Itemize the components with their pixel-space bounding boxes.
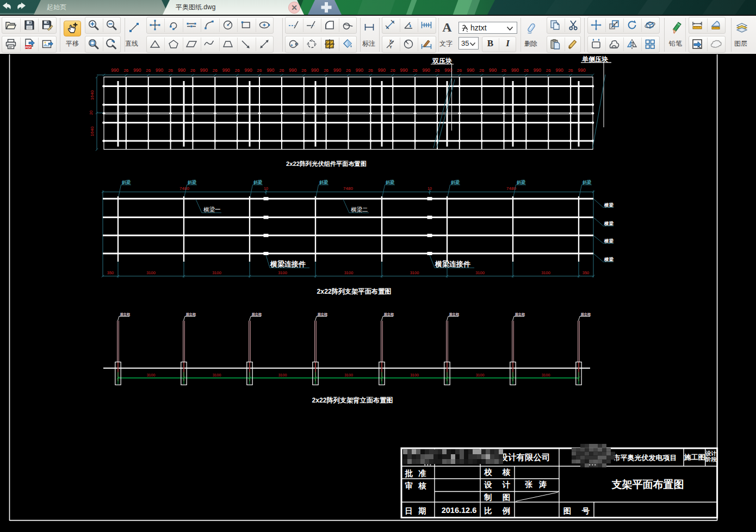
svg-text:990: 990 bbox=[534, 67, 541, 73]
svg-text:图: 图 bbox=[563, 506, 572, 515]
svg-text:批: 批 bbox=[404, 469, 413, 478]
svg-text:3100: 3100 bbox=[344, 373, 353, 377]
svg-text:26: 26 bbox=[435, 68, 440, 73]
svg-text:后立柱: 后立柱 bbox=[251, 312, 262, 317]
svg-text:设计有限公司: 设计有限公司 bbox=[499, 453, 550, 462]
svg-text:3100: 3100 bbox=[410, 373, 419, 377]
svg-text:横梁一: 横梁一 bbox=[203, 206, 221, 213]
svg-text:26: 26 bbox=[346, 68, 351, 73]
svg-text:市平奥光伏发电项目: 市平奥光伏发电项目 bbox=[613, 454, 677, 462]
svg-text:26: 26 bbox=[190, 68, 195, 73]
svg-text:26: 26 bbox=[479, 68, 484, 73]
svg-text:核: 核 bbox=[418, 481, 426, 490]
svg-text:校: 校 bbox=[484, 468, 492, 477]
svg-text:3100: 3100 bbox=[541, 270, 550, 275]
svg-text:7480: 7480 bbox=[179, 186, 189, 191]
svg-text:26: 26 bbox=[457, 68, 462, 73]
svg-text:设: 设 bbox=[484, 480, 492, 489]
svg-text:26: 26 bbox=[368, 68, 373, 73]
svg-text:990: 990 bbox=[111, 67, 119, 73]
svg-text:3100: 3100 bbox=[146, 270, 156, 275]
svg-text:3100: 3100 bbox=[278, 373, 287, 377]
svg-text:990: 990 bbox=[356, 67, 363, 73]
svg-text:横梁连接件: 横梁连接件 bbox=[270, 260, 306, 268]
svg-text:设计: 设计 bbox=[705, 450, 717, 456]
svg-text:双压块: 双压块 bbox=[432, 57, 452, 65]
svg-text:审: 审 bbox=[405, 481, 413, 490]
svg-text:图: 图 bbox=[503, 493, 511, 502]
svg-text:3100: 3100 bbox=[213, 373, 221, 377]
svg-text:斜梁: 斜梁 bbox=[582, 180, 591, 185]
svg-text:横梁连接件: 横梁连接件 bbox=[435, 260, 470, 268]
svg-text:26: 26 bbox=[391, 68, 395, 73]
svg-text:施工图: 施工图 bbox=[684, 453, 705, 461]
svg-text:990: 990 bbox=[289, 67, 296, 73]
svg-text:横梁: 横梁 bbox=[604, 221, 614, 226]
svg-text:26: 26 bbox=[546, 68, 551, 73]
svg-text:990: 990 bbox=[489, 67, 497, 73]
svg-text:3100: 3100 bbox=[344, 270, 354, 275]
svg-text:例: 例 bbox=[502, 506, 511, 515]
svg-text:990: 990 bbox=[156, 67, 163, 73]
svg-text:26: 26 bbox=[501, 68, 506, 73]
svg-text:2x22阵列支架平面布置图: 2x22阵列支架平面布置图 bbox=[317, 287, 392, 295]
svg-text:斜梁: 斜梁 bbox=[253, 180, 262, 185]
svg-text:3100: 3100 bbox=[542, 373, 550, 377]
svg-text:阶段: 阶段 bbox=[706, 456, 717, 462]
svg-text:2x22阵列支架背立面布置图: 2x22阵列支架背立面布置图 bbox=[312, 396, 393, 404]
svg-text:350: 350 bbox=[107, 270, 114, 275]
svg-text:后立柱: 后立柱 bbox=[185, 312, 196, 317]
svg-text:990: 990 bbox=[222, 67, 230, 73]
svg-text:3100: 3100 bbox=[410, 270, 419, 275]
svg-text:990: 990 bbox=[267, 67, 274, 73]
svg-text:横梁: 横梁 bbox=[604, 238, 614, 244]
svg-text:990: 990 bbox=[511, 67, 519, 73]
svg-text:3100: 3100 bbox=[212, 270, 221, 275]
svg-text:核: 核 bbox=[502, 468, 511, 477]
svg-text:单侧压块: 单侧压块 bbox=[581, 55, 608, 63]
svg-text:后立柱: 后立柱 bbox=[120, 312, 131, 317]
svg-text:3100: 3100 bbox=[147, 373, 156, 377]
svg-text:1640: 1640 bbox=[90, 90, 95, 100]
svg-text:期: 期 bbox=[418, 506, 426, 515]
svg-text:7480: 7480 bbox=[343, 186, 353, 191]
svg-text:1640: 1640 bbox=[90, 126, 95, 136]
svg-text:斜梁: 斜梁 bbox=[319, 180, 328, 185]
svg-text:斜梁: 斜梁 bbox=[187, 180, 196, 185]
svg-text:比: 比 bbox=[484, 506, 492, 515]
svg-text:26: 26 bbox=[279, 68, 284, 73]
svg-text:20: 20 bbox=[89, 110, 93, 115]
svg-text:横梁: 横梁 bbox=[604, 257, 614, 262]
svg-text:计: 计 bbox=[502, 480, 511, 489]
svg-text:26: 26 bbox=[524, 68, 529, 73]
svg-text:斜梁: 斜梁 bbox=[516, 180, 525, 185]
svg-text:3100: 3100 bbox=[476, 373, 485, 377]
svg-text:涛: 涛 bbox=[538, 480, 547, 488]
svg-text:后立柱: 后立柱 bbox=[580, 312, 591, 317]
svg-text:990: 990 bbox=[556, 67, 563, 73]
svg-text:26: 26 bbox=[301, 68, 306, 73]
svg-text:26: 26 bbox=[568, 68, 573, 73]
svg-text:后立柱: 后立柱 bbox=[317, 312, 328, 317]
svg-text:26: 26 bbox=[324, 68, 329, 73]
svg-text:990: 990 bbox=[333, 67, 341, 73]
svg-text:横梁二: 横梁二 bbox=[351, 206, 368, 213]
svg-text:2016.12.6: 2016.12.6 bbox=[442, 506, 477, 515]
svg-text:号: 号 bbox=[581, 506, 590, 515]
svg-text:990: 990 bbox=[378, 67, 386, 73]
svg-text:990: 990 bbox=[578, 67, 585, 73]
svg-text:990: 990 bbox=[200, 67, 208, 73]
svg-text:990: 990 bbox=[178, 67, 185, 73]
svg-text:斜梁: 斜梁 bbox=[450, 180, 460, 185]
svg-text:张: 张 bbox=[525, 480, 533, 488]
svg-text:日: 日 bbox=[405, 506, 413, 515]
svg-text:26: 26 bbox=[413, 68, 418, 73]
svg-text:后立柱: 后立柱 bbox=[515, 312, 525, 317]
svg-text:准: 准 bbox=[418, 469, 426, 478]
svg-text:990: 990 bbox=[422, 67, 430, 73]
svg-text:支架平面布置图: 支架平面布置图 bbox=[611, 479, 684, 490]
svg-text:26: 26 bbox=[257, 68, 262, 73]
svg-text:斜梁: 斜梁 bbox=[385, 180, 394, 185]
svg-text:26: 26 bbox=[235, 68, 240, 73]
svg-text:横梁: 横梁 bbox=[604, 202, 614, 208]
